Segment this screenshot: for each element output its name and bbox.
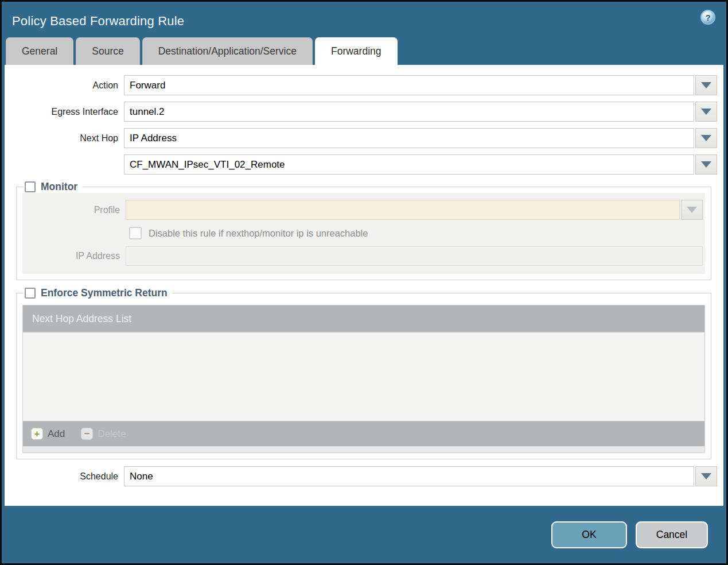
profile-dropdown-button (681, 200, 703, 220)
monitor-ip-address-input (126, 246, 703, 266)
disable-rule-checkbox (129, 227, 142, 239)
schedule-row: Schedule None (5, 466, 717, 486)
tab-general[interactable]: General (6, 37, 73, 65)
next-hop-row: Next Hop IP Address (5, 128, 717, 148)
next-hop-address-row: CF_MWAN_IPsec_VTI_02_Remote (5, 154, 717, 175)
horizontal-scrollbar[interactable] (23, 446, 704, 452)
next-hop-address-list-column-header: Next Hop Address List (32, 313, 131, 325)
enforce-legend-label: Enforce Symmetric Return (41, 287, 168, 299)
ok-button[interactable]: OK (551, 521, 627, 548)
action-select[interactable]: Forward (124, 75, 694, 95)
monitor-ip-address-label: IP Address (25, 251, 126, 261)
minus-icon: − (81, 428, 93, 440)
monitor-disabled-area: Profile Disable this rule if nexthop/mon… (22, 193, 705, 274)
cancel-button[interactable]: Cancel (636, 521, 708, 548)
next-hop-address-dropdown-button[interactable] (695, 154, 717, 175)
egress-interface-label: Egress Interface (5, 107, 124, 117)
action-row: Action Forward (5, 75, 717, 95)
plus-icon: + (31, 428, 43, 440)
action-dropdown-button[interactable] (695, 75, 717, 95)
chevron-down-icon (701, 135, 711, 141)
dialog-background: Policy Based Forwarding Rule ? General S… (2, 2, 726, 563)
action-label: Action (5, 80, 124, 91)
chevron-down-icon (701, 473, 711, 479)
profile-select (126, 200, 680, 220)
add-button-label: Add (48, 428, 65, 440)
monitor-section: Monitor Profile Disable this rule if nex… (16, 181, 711, 280)
next-hop-address-select[interactable]: CF_MWAN_IPsec_VTI_02_Remote (124, 154, 694, 175)
dialog-title: Policy Based Forwarding Rule (12, 14, 184, 29)
enforce-symmetric-return-checkbox[interactable] (25, 288, 36, 299)
tab-destination-application-service[interactable]: Destination/Application/Service (142, 37, 313, 65)
title-bar: Policy Based Forwarding Rule ? (5, 2, 723, 37)
egress-interface-dropdown-button[interactable] (695, 102, 717, 122)
monitor-legend-label: Monitor (41, 181, 77, 193)
next-hop-type-select[interactable]: IP Address (124, 128, 694, 148)
schedule-dropdown-button[interactable] (695, 466, 717, 486)
schedule-select[interactable]: None (124, 466, 694, 486)
add-button[interactable]: + Add (31, 428, 65, 440)
monitor-legend: Monitor (24, 181, 82, 193)
table-header: Next Hop Address List (23, 305, 704, 332)
disable-rule-row: Disable this rule if nexthop/monitor ip … (129, 227, 705, 239)
tab-forwarding[interactable]: Forwarding (315, 37, 398, 65)
egress-interface-row: Egress Interface tunnel.2 (5, 102, 717, 122)
disable-rule-label: Disable this rule if nexthop/monitor ip … (149, 228, 368, 239)
next-hop-dropdown-button[interactable] (695, 128, 717, 148)
next-hop-label: Next Hop (5, 133, 124, 144)
chevron-down-icon (701, 109, 711, 115)
table-body-empty (23, 332, 704, 421)
dialog-footer: OK Cancel (5, 506, 723, 548)
chevron-down-icon (701, 82, 711, 88)
monitor-ip-address-row: IP Address (25, 246, 703, 266)
egress-interface-select[interactable]: tunnel.2 (124, 102, 694, 122)
table-toolbar: + Add − Delete (23, 421, 704, 446)
help-icon[interactable]: ? (700, 10, 715, 25)
delete-button-label: Delete (98, 428, 126, 440)
delete-button: − Delete (81, 428, 126, 440)
forwarding-tab-panel: Action Forward Egress Interface tunnel.2… (5, 65, 723, 506)
profile-label: Profile (25, 205, 126, 215)
tab-source[interactable]: Source (76, 37, 139, 65)
tab-bar: General Source Destination/Application/S… (5, 37, 723, 65)
chevron-down-icon (701, 161, 711, 168)
next-hop-address-list-table: Next Hop Address List + Add − Delete (22, 305, 705, 453)
enforce-symmetric-return-section: Enforce Symmetric Return Next Hop Addres… (16, 287, 711, 459)
chevron-down-icon (687, 207, 697, 213)
monitor-checkbox[interactable] (25, 181, 36, 192)
profile-row: Profile (25, 200, 703, 220)
enforce-legend: Enforce Symmetric Return (24, 287, 172, 299)
schedule-label: Schedule (5, 471, 124, 482)
